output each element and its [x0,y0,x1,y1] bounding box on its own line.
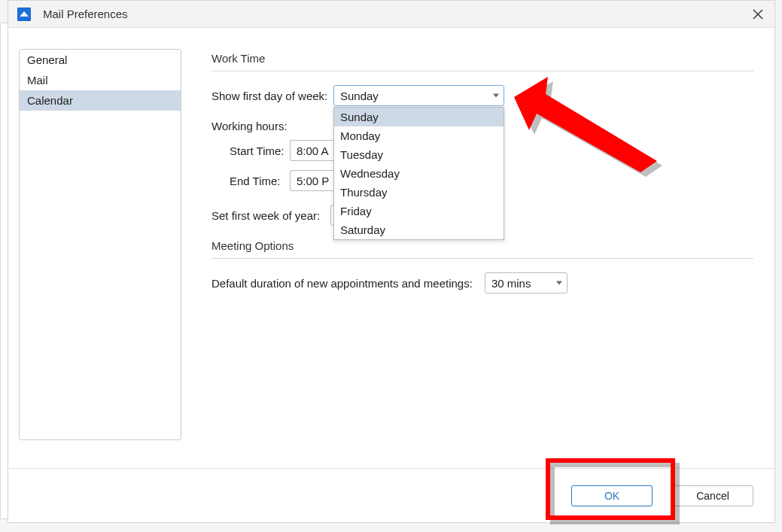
dialog-body: General Mail Calendar Work Time Show fir… [8,28,774,468]
titlebar: Mail Preferences [8,1,774,28]
end-time-value: 5:00 P [297,175,329,187]
app-icon [17,8,31,21]
section-meeting-title: Meeting Options [211,239,753,252]
first-week-label: Set first week of year: [211,209,330,222]
first-day-combo[interactable]: Sunday [333,85,504,106]
first-day-value: Sunday [340,90,379,102]
chevron-down-icon [493,94,499,98]
dialog-title: Mail Preferences [43,8,749,20]
first-day-dropdown: Sunday Monday Tuesday Wednesday Thursday… [333,107,504,240]
dialog-window: Mail Preferences General Mail Calendar W… [8,0,775,523]
sidebar-item-general[interactable]: General [20,50,181,70]
section-worktime-title: Work Time [211,52,753,65]
chevron-down-icon [556,281,562,285]
dropdown-opt-tuesday[interactable]: Tuesday [334,145,504,164]
close-icon [753,9,763,20]
ok-button[interactable]: OK [571,485,653,506]
dropdown-opt-monday[interactable]: Monday [334,126,504,145]
cancel-button[interactable]: Cancel [672,485,753,506]
sidebar-item-mail[interactable]: Mail [20,70,181,90]
first-day-combo-wrap: Sunday Sunday Monday Tuesday Wednesday T… [333,85,504,106]
first-day-label: Show first day of week: [211,90,333,102]
start-time-label: Start Time: [230,144,290,157]
default-duration-combo[interactable]: 30 mins [485,272,567,293]
dropdown-opt-friday[interactable]: Friday [334,202,504,220]
sidebar-item-calendar[interactable]: Calendar [20,90,181,111]
row-first-day: Show first day of week: Sunday Sunday Mo… [211,85,753,106]
row-default-duration: Default duration of new appointments and… [211,272,753,293]
dropdown-opt-saturday[interactable]: Saturday [334,220,504,239]
dropdown-opt-thursday[interactable]: Thursday [334,183,504,202]
default-duration-label: Default duration of new appointments and… [211,277,473,290]
dialog-footer: OK Cancel [8,468,774,522]
default-duration-value: 30 mins [491,277,531,290]
end-time-label: End Time: [230,175,290,187]
sidebar: General Mail Calendar [19,49,181,440]
content-panel: Work Time Show first day of week: Sunday… [211,49,753,468]
working-hours-label: Working hours: [211,120,333,132]
start-time-value: 8:00 A [297,144,329,157]
dropdown-opt-sunday[interactable]: Sunday [334,108,504,126]
close-button[interactable] [749,5,767,23]
divider [211,71,753,71]
dropdown-opt-wednesday[interactable]: Wednesday [334,164,504,183]
divider [211,258,753,259]
